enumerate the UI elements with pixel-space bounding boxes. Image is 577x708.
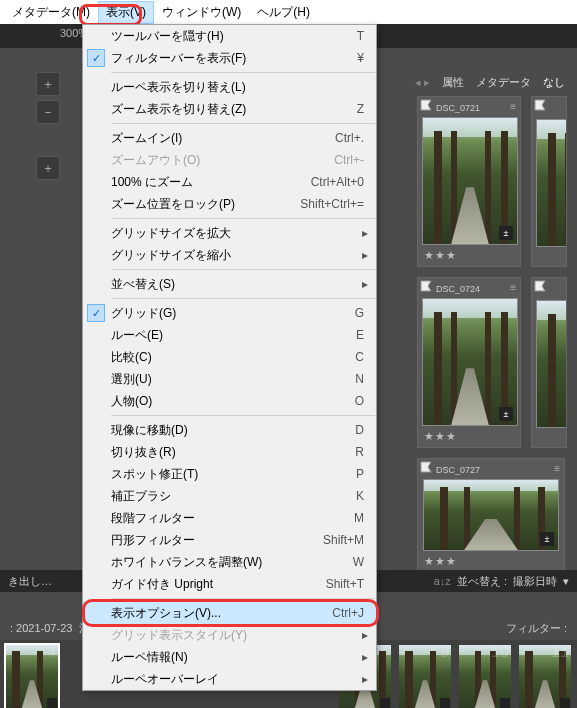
edit-badge-icon [440,698,450,708]
menu-item-label: ズーム位置をロック(P) [111,196,300,213]
menu-item[interactable]: 表示オプション(V)...Ctrl+J [83,602,376,624]
menu-item[interactable]: 現像に移動(D)D [83,419,376,441]
tool-minus-icon[interactable]: － [36,100,60,124]
tool-zoom-in-icon[interactable]: ＋ [36,156,60,180]
menu-item-label: ルーペ表示を切り替え(L) [111,79,370,96]
sort-arrows-icon[interactable]: a↓z [434,575,451,587]
menu-accelerator: Z [357,102,370,116]
thumb-cell-partial[interactable] [531,277,567,448]
thumb-image: ± [423,479,559,551]
thumb-cell[interactable]: ≡ DSC_0724 ± ★★★ [417,277,521,448]
cell-menu-icon[interactable]: ≡ [510,282,516,293]
menu-item-label: 現像に移動(D) [111,422,355,439]
cell-menu-icon[interactable]: ≡ [510,101,516,112]
menu-item[interactable]: グリッドサイズを縮小▸ [83,244,376,266]
menu-item[interactable]: 並べ替え(S)▸ [83,273,376,295]
filmstrip-cell[interactable]: 11 [519,645,571,708]
filmstrip-cell[interactable]: 9 [399,645,451,708]
menu-item[interactable]: 補正ブラシK [83,485,376,507]
menu-item[interactable]: ルーペ表示を切り替え(L) [83,76,376,98]
menu-item[interactable]: ツールバーを隠す(H)T [83,25,376,47]
menu-item-label: 補正ブラシ [111,488,356,505]
thumb-name: DSC_0721 [422,101,516,117]
submenu-arrow-icon: ▸ [362,277,370,291]
menu-item[interactable]: 100% にズームCtrl+Alt+0 [83,171,376,193]
edit-badge-icon: ± [499,407,513,421]
menu-item[interactable]: 段階フィルターM [83,507,376,529]
chevron-down-icon[interactable]: ▾ [563,575,569,588]
menu-view[interactable]: 表示(V) [98,1,154,24]
tool-plus-icon[interactable]: ＋ [36,72,60,96]
star-rating[interactable]: ★★★ [422,551,560,568]
menu-item[interactable]: ✓フィルターバーを表示(F)¥ [83,47,376,69]
menu-separator [111,218,375,219]
submenu-arrow-icon: ▸ [362,226,370,240]
filmstrip-cell[interactable]: 10 [459,645,511,708]
edit-badge-icon [500,698,510,708]
tab-none[interactable]: なし [543,75,565,90]
menu-item[interactable]: グリッドサイズを拡大▸ [83,222,376,244]
menu-item-label: 段階フィルター [111,510,354,527]
sort-label: 並べ替え : [457,574,507,589]
menu-item[interactable]: ズーム表示を切り替え(Z)Z [83,98,376,120]
tab-metadata[interactable]: メタデータ [476,75,531,90]
menu-item[interactable]: 切り抜き(R)R [83,441,376,463]
menu-accelerator: D [355,423,370,437]
panel-tabs: ◂ ▸ 属性 メタデータ なし [377,72,577,92]
submenu-arrow-icon: ▸ [362,628,370,642]
menu-item[interactable]: スポット修正(T)P [83,463,376,485]
menu-item-label: ルーペオーバーレイ [111,671,362,688]
menu-item[interactable]: ルーペオーバーレイ▸ [83,668,376,690]
menu-item[interactable]: ズームイン(I)Ctrl+. [83,127,376,149]
edit-badge-icon: ± [540,532,554,546]
thumb-image: ± [422,117,518,245]
menu-accelerator: O [355,394,370,408]
menu-item-label: グリッド表示スタイル(Y) [111,627,362,644]
menu-item[interactable]: ズーム位置をロック(P)Shift+Ctrl+= [83,193,376,215]
check-icon: ✓ [87,49,105,67]
menu-accelerator: ¥ [357,51,370,65]
menu-item[interactable]: ルーペ情報(N)▸ [83,646,376,668]
check-icon: ✓ [87,304,105,322]
menu-help[interactable]: ヘルプ(H) [249,1,318,24]
star-rating[interactable]: ★★★ [422,426,516,443]
filter-label[interactable]: フィルター : [506,621,567,636]
menu-item[interactable]: 比較(C)C [83,346,376,368]
thumb-cell[interactable]: ≡ DSC_0721 ± ★★★ [417,96,521,267]
menu-separator [111,123,375,124]
menu-item[interactable]: 選別(U)N [83,368,376,390]
menu-accelerator: C [355,350,370,364]
cell-menu-icon[interactable]: ≡ [554,463,560,474]
menu-item: グリッド表示スタイル(Y)▸ [83,624,376,646]
menu-item[interactable]: 人物(O)O [83,390,376,412]
menu-separator [111,72,375,73]
date-label: : 2021-07-23 [10,622,72,634]
menu-accelerator: T [357,29,370,43]
menu-item-label: スポット修正(T) [111,466,356,483]
star-rating[interactable]: ★★★ [422,245,516,262]
menu-item[interactable]: ルーペ(E)E [83,324,376,346]
menu-window[interactable]: ウィンドウ(W) [154,1,249,24]
tab-attributes[interactable]: 属性 [442,75,464,90]
flag-icon [420,461,432,473]
menu-accelerator: P [356,467,370,481]
menu-item[interactable]: ガイド付き UprightShift+T [83,573,376,595]
menu-item[interactable]: 円形フィルターShift+M [83,529,376,551]
thumb-cell[interactable]: ≡ DSC_0727 ± ★★★ [417,458,565,573]
menu-accelerator: Shift+M [323,533,370,547]
menu-accelerator: Shift+T [326,577,370,591]
menu-metadata[interactable]: メタデータ(M) [4,1,98,24]
menu-item-label: ホワイトバランスを調整(W) [111,554,353,571]
filmstrip-cell[interactable]: 4★★★ [6,645,58,708]
thumb-cell-partial[interactable] [531,96,567,267]
menu-item-label: 比較(C) [111,349,355,366]
menu-item[interactable]: ホワイトバランスを調整(W)W [83,551,376,573]
filter-chevrons-icon[interactable]: ◂ ▸ [415,76,430,89]
sort-value[interactable]: 撮影日時 [513,574,557,589]
submenu-arrow-icon: ▸ [362,672,370,686]
menu-item[interactable]: ✓グリッド(G)G [83,302,376,324]
flag-icon [534,99,546,111]
menu-separator [111,598,375,599]
export-label[interactable]: き出し… [8,574,52,589]
menu-item-label: グリッドサイズを縮小 [111,247,362,264]
